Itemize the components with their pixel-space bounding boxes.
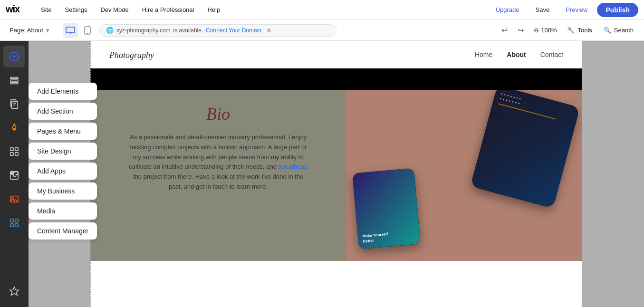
bio-left-panel: Bio As a passionate and detail-oriented … — [90, 90, 346, 261]
sidebar-item-data[interactable] — [3, 212, 25, 234]
phone-mockup-2: Make YourselfBetter — [352, 168, 420, 249]
svg-marker-25 — [10, 287, 19, 295]
sidebar-item-add[interactable] — [3, 46, 25, 67]
page-selector-label: Page: About — [10, 27, 43, 34]
preview-button[interactable]: Preview — [559, 3, 594, 16]
add-apps-button[interactable]: Add Apps — [29, 163, 97, 180]
sidebar — [0, 41, 29, 307]
sidebar-item-fire[interactable] — [3, 117, 25, 139]
zoom-out-icon: ⊖ — [534, 27, 539, 34]
nav-hire[interactable]: Hire a Professional — [135, 0, 201, 20]
site-navbar: Photography Home About Contact — [90, 41, 582, 68]
url-close-icon[interactable]: ✕ — [266, 27, 272, 34]
content-manager-button[interactable]: Content Manager — [29, 222, 97, 240]
phone-overlay-text: Make YourselfBetter — [363, 232, 389, 244]
desktop-device-icon[interactable] — [63, 23, 78, 38]
search-label: Search — [614, 27, 634, 34]
bio-title: Bio — [206, 104, 230, 124]
site-nav-links: Home About Contact — [475, 51, 563, 58]
tools-icon: 🔧 — [567, 27, 575, 34]
save-button[interactable]: Save — [529, 3, 557, 16]
top-navigation: wix Site Settings Dev Mode Hire a Profes… — [0, 0, 644, 20]
chevron-down-icon: ▼ — [45, 28, 50, 33]
nav-dev-mode[interactable]: Dev Mode — [94, 0, 135, 20]
svg-text:wix: wix — [6, 4, 20, 13]
svg-rect-14 — [10, 148, 13, 151]
bio-right-panel: ●●●●●●● ●●●●●●● — [346, 90, 582, 261]
phone-screen-1: ●●●●●●● ●●●●●●● — [471, 90, 580, 209]
canvas: Photography Home About Contact Bio As a … — [29, 41, 644, 307]
zoom-control[interactable]: ⊖ 100% — [530, 25, 560, 36]
upgrade-button[interactable]: Upgrade — [489, 3, 526, 16]
site-nav-contact[interactable]: Contact — [540, 51, 563, 58]
svg-rect-1 — [66, 27, 75, 33]
my-business-button[interactable]: My Business — [29, 182, 97, 200]
svg-rect-17 — [15, 153, 18, 155]
sidebar-item-pages[interactable] — [3, 93, 25, 115]
site-nav-about[interactable]: About — [507, 51, 526, 58]
svg-rect-9 — [10, 77, 19, 79]
add-section-button[interactable]: Add Section — [29, 103, 97, 120]
svg-rect-10 — [10, 80, 19, 81]
search-icon: 🔍 — [604, 27, 611, 34]
url-text: xyz-photography.com — [116, 27, 171, 34]
phone-mockup-1: ●●●●●●● ●●●●●●● — [471, 90, 580, 209]
website-preview: Photography Home About Contact Bio As a … — [90, 41, 582, 307]
site-nav-home[interactable]: Home — [475, 51, 492, 58]
tooltip-menu: Add Elements Add Section Pages & Menu Si… — [29, 83, 97, 240]
wix-logo: wix — [6, 4, 26, 16]
mobile-device-icon[interactable] — [80, 23, 95, 38]
secondary-bar: Page: About ▼ 🌐 xyz-photography.com is a… — [0, 20, 644, 41]
connect-domain-link[interactable]: Connect Your Domain — [206, 27, 261, 34]
sidebar-item-bottom[interactable] — [3, 280, 25, 302]
tools-label: Tools — [577, 27, 592, 34]
site-design-button[interactable]: Site Design — [29, 143, 97, 160]
pages-menu-button[interactable]: Pages & Menu — [29, 123, 97, 140]
add-elements-button[interactable]: Add Elements — [29, 83, 97, 100]
search-button[interactable]: 🔍 Search — [599, 24, 638, 37]
site-brand: Photography — [109, 48, 154, 61]
nav-settings[interactable]: Settings — [58, 0, 94, 20]
undo-button[interactable]: ↩ — [497, 23, 512, 38]
page-selector[interactable]: Page: About ▼ — [6, 25, 54, 36]
svg-rect-15 — [15, 148, 18, 151]
nav-help[interactable]: Help — [201, 0, 227, 20]
bio-text: As a passionate and detail-oriented indu… — [128, 133, 308, 192]
svg-rect-23 — [10, 224, 13, 227]
sidebar-item-apps[interactable] — [3, 141, 25, 163]
nav-site[interactable]: Site — [34, 0, 58, 20]
svg-rect-11 — [10, 83, 19, 84]
sidebar-item-media[interactable] — [3, 188, 25, 210]
url-bar: 🌐 xyz-photography.com is available. Conn… — [99, 24, 336, 37]
black-hero-section — [90, 68, 582, 90]
svg-rect-21 — [10, 219, 13, 222]
sidebar-item-layers[interactable] — [3, 69, 25, 91]
svg-rect-16 — [10, 153, 13, 155]
url-available-text: is available. — [173, 27, 203, 34]
phone-screen-2: Make YourselfBetter — [352, 168, 420, 249]
svg-rect-24 — [15, 224, 18, 227]
publish-button[interactable]: Publish — [597, 3, 638, 17]
tools-button[interactable]: 🔧 Tools — [562, 24, 596, 37]
svg-rect-22 — [15, 219, 18, 222]
sidebar-item-extensions[interactable] — [3, 164, 25, 186]
main-area: Add Elements Add Section Pages & Menu Si… — [0, 41, 644, 307]
media-button[interactable]: Media — [29, 202, 97, 220]
zoom-level: 100% — [541, 27, 557, 34]
globe-icon: 🌐 — [106, 27, 114, 34]
bio-section: Bio As a passionate and detail-oriented … — [90, 90, 582, 261]
redo-button[interactable]: ↪ — [513, 23, 528, 38]
